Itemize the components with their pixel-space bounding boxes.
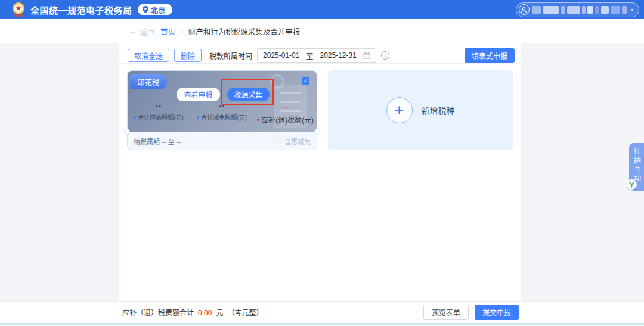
total-in-words: （零元整） [227, 307, 263, 317]
app-header: 全国统一规范电子税务局 北京 ▾ [0, 0, 644, 19]
metric-value: -- [128, 102, 190, 110]
benefit-label: 普惠减免 [284, 136, 311, 146]
date-to-label: 至 [306, 51, 313, 61]
tax-card-checkbox[interactable]: ✓ [302, 77, 309, 85]
plus-glyph: + [395, 101, 404, 120]
tax-bureau-emblem-logo [12, 2, 25, 17]
checkbox-icon [275, 138, 281, 144]
breadcrumb-separator: › [181, 27, 183, 35]
back-button[interactable]: ← 返回 [129, 26, 155, 37]
total-prefix: 应补（退）税费额合计 [122, 307, 194, 317]
location-label: 北京 [151, 4, 166, 15]
bullet-dot [257, 119, 259, 121]
tax-card-footer: 纳税属期 -- 至 -- 普惠减免 [128, 132, 317, 150]
chevron-down-icon: ▾ [631, 7, 633, 13]
total-value: 0.00 [198, 309, 212, 317]
metric-total-reduction: -- 合计减免税额(元) [190, 102, 254, 125]
metric-value: -- [190, 102, 254, 110]
tax-cards-area: 印花税 ✓ 查看申报 税源采集 -- 合计应纳税额(元) -- 合计减免税额(元… [119, 64, 521, 157]
tax-interaction-widget[interactable]: 征纳互动 [629, 143, 644, 191]
metric-value: -- [254, 103, 317, 112]
location-pin-icon [143, 6, 148, 13]
metric-label: 合计应纳税额(元) [138, 113, 184, 122]
metric-label: 应补(退)税额(元) [261, 114, 314, 125]
calendar-icon [363, 52, 370, 59]
tax-period-daterange[interactable]: 2025-01-01 至 2025-12-31 [257, 48, 376, 63]
date-end-value[interactable]: 2025-12-31 [320, 51, 356, 60]
user-account-menu[interactable]: ▾ [516, 2, 639, 17]
fill-form-declare-button[interactable]: 填表式申报 [465, 48, 515, 63]
footer-bar: 应补（退）税费额合计 0.00 元 （零元整） 预览表单 提交申报 [0, 301, 644, 322]
tax-period-text: 纳税属期 -- 至 -- [134, 136, 181, 146]
bottom-accent-strip [0, 323, 644, 325]
tax-card-stamp-duty: 印花税 ✓ 查看申报 税源采集 -- 合计应纳税额(元) -- 合计减免税额(元… [127, 70, 317, 150]
brand: 全国统一规范电子税务局 北京 [12, 2, 172, 17]
avatar-icon [519, 4, 530, 15]
total-amount-summary: 应补（退）税费额合计 0.00 元 （零元整） [122, 307, 263, 317]
info-icon[interactable]: i [381, 51, 389, 60]
location-selector[interactable]: 北京 [138, 4, 172, 15]
add-tax-type-card[interactable]: + 新增税种 [328, 70, 513, 150]
tax-type-tag: 印花税 [130, 74, 167, 89]
app-title: 全国统一规范电子税务局 [30, 4, 132, 16]
date-start-value[interactable]: 2025-01-01 [263, 51, 299, 60]
main-panel: 取消全选 删除 税款所属时间 2025-01-01 至 2025-12-31 i… [119, 43, 521, 301]
tax-card-top: 印花税 ✓ 查看申报 税源采集 -- 合计应纳税额(元) -- 合计减免税额(元… [128, 71, 317, 132]
benefit-reduction-checkbox[interactable]: 普惠减免 [275, 136, 311, 146]
chat-assistant-icon [627, 179, 637, 190]
tax-period-label: 税款所属时间 [209, 51, 252, 61]
breadcrumb: ← 返回 首页 › 财产和行为税税源采集及合并申报 [0, 19, 644, 43]
metric-label: 合计减免税额(元) [201, 113, 247, 122]
page: 全国统一规范电子税务局 北京 ▾ ← 返回 [0, 0, 644, 326]
footer-actions: 预览表单 提交申报 [423, 305, 519, 320]
back-arrow-icon: ← [129, 27, 137, 36]
submit-declaration-button[interactable]: 提交申报 [475, 305, 519, 320]
toolbar: 取消全选 删除 税款所属时间 2025-01-01 至 2025-12-31 i… [119, 43, 521, 64]
breadcrumb-home-link[interactable]: 首页 [160, 26, 175, 37]
bullet-dot [134, 116, 136, 119]
back-label: 返回 [140, 26, 155, 37]
ticket-notch-left [124, 129, 130, 135]
cancel-select-all-button[interactable]: 取消全选 [128, 49, 169, 62]
tax-metrics: -- 合计应纳税额(元) -- 合计减免税额(元) -- 应补(退)税额(元) [128, 102, 317, 125]
redacted-user-info [532, 6, 627, 14]
bullet-dot [197, 116, 199, 119]
breadcrumb-current: 财产和行为税税源采集及合并申报 [188, 26, 301, 37]
plus-icon: + [386, 97, 413, 123]
total-unit: 元 [216, 307, 223, 317]
metric-tax-due-refund: -- 应补(退)税额(元) [254, 102, 317, 125]
view-declaration-button[interactable]: 查看申报 [177, 88, 220, 101]
tax-source-collection-button[interactable]: 税源采集 [227, 88, 270, 101]
preview-form-button[interactable]: 预览表单 [423, 305, 469, 320]
delete-button[interactable]: 删除 [174, 49, 202, 62]
ticket-notch-right [314, 129, 320, 135]
add-tax-type-label: 新增税种 [422, 104, 455, 116]
metric-total-payable: -- 合计应纳税额(元) [128, 102, 190, 125]
